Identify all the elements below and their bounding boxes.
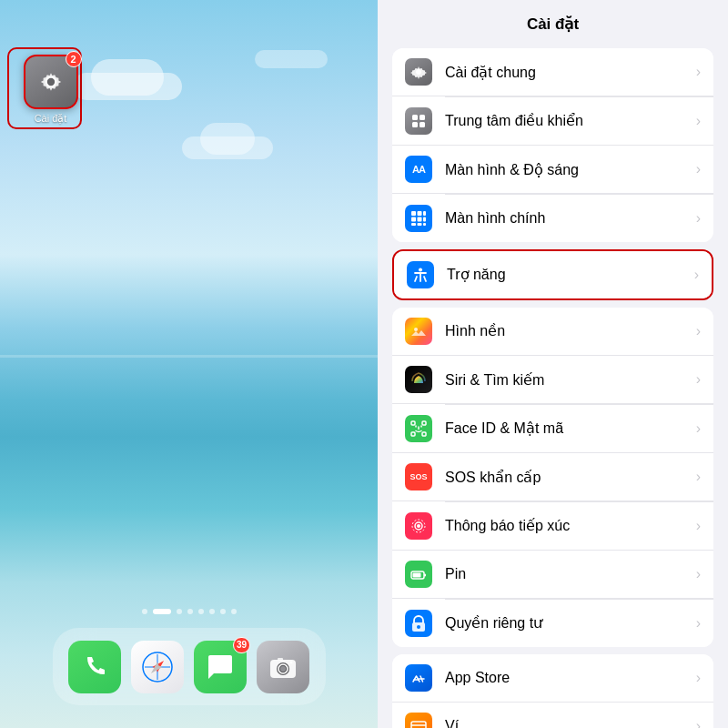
settings-item-home-screen[interactable]: Màn hình chính › bbox=[392, 195, 713, 242]
messages-badge: 39 bbox=[233, 637, 250, 653]
dock-messages-icon[interactable]: 39 bbox=[194, 641, 247, 693]
settings-item-control-center[interactable]: Trung tâm điều khiển › bbox=[392, 97, 713, 146]
settings-item-accessibility[interactable]: Trợ năng › bbox=[394, 251, 712, 298]
appstore-icon bbox=[405, 664, 432, 692]
general-label: Cài đặt chung bbox=[445, 64, 696, 81]
svg-point-44 bbox=[417, 625, 420, 629]
settings-group-3: App Store › Ví › bbox=[392, 654, 713, 729]
dock-camera-icon[interactable] bbox=[257, 641, 309, 693]
svg-rect-21 bbox=[411, 217, 416, 221]
display-icon: AA bbox=[405, 156, 432, 183]
contact-tracing-icon bbox=[405, 512, 432, 540]
accessibility-icon bbox=[407, 261, 434, 288]
svg-rect-41 bbox=[424, 574, 426, 577]
control-center-chevron: › bbox=[696, 113, 701, 129]
settings-item-display[interactable]: AA Màn hình & Độ sáng › bbox=[392, 146, 713, 194]
settings-header: Cài đặt bbox=[378, 0, 728, 41]
svg-rect-18 bbox=[411, 211, 416, 216]
svg-rect-30 bbox=[411, 421, 415, 425]
dock: 39 bbox=[53, 628, 326, 705]
display-label: Màn hình & Độ sáng bbox=[445, 161, 696, 178]
general-chevron: › bbox=[696, 64, 701, 80]
settings-item-appstore[interactable]: App Store › bbox=[392, 654, 713, 703]
svg-rect-15 bbox=[420, 115, 425, 120]
dot-7 bbox=[220, 609, 226, 614]
svg-point-28 bbox=[419, 268, 422, 271]
settings-item-wallet[interactable]: Ví › bbox=[392, 703, 713, 728]
settings-item-siri[interactable]: Siri & Tìm kiếm › bbox=[392, 356, 713, 404]
home-screen: 2 Cài đặt bbox=[0, 0, 378, 728]
wallet-icon bbox=[405, 713, 432, 728]
settings-group-1: Cài đặt chung › Trung tâm điều khiển › A… bbox=[392, 48, 713, 242]
settings-panel-title: Cài đặt bbox=[392, 15, 713, 34]
svg-rect-22 bbox=[418, 217, 422, 221]
settings-item-battery[interactable]: Pin › bbox=[392, 551, 713, 599]
settings-panel: Cài đặt Cài đặt chung › bbox=[378, 0, 728, 728]
sos-label: SOS khẩn cấp bbox=[445, 469, 696, 486]
siri-chevron: › bbox=[696, 371, 701, 388]
battery-chevron: › bbox=[696, 566, 701, 582]
contact-tracing-chevron: › bbox=[696, 518, 701, 534]
gear-icon bbox=[32, 63, 70, 101]
svg-rect-42 bbox=[413, 573, 421, 578]
accessibility-chevron: › bbox=[694, 267, 699, 283]
general-icon bbox=[405, 58, 432, 86]
dock-phone-icon[interactable] bbox=[68, 641, 121, 693]
dot-6 bbox=[209, 609, 215, 614]
wallet-chevron: › bbox=[696, 718, 701, 728]
svg-rect-31 bbox=[422, 421, 426, 425]
page-dots bbox=[142, 609, 237, 614]
dot-3 bbox=[177, 609, 182, 614]
control-center-label: Trung tâm điều khiển bbox=[445, 112, 696, 129]
svg-rect-25 bbox=[418, 223, 422, 226]
privacy-chevron: › bbox=[696, 615, 701, 632]
settings-group-accessibility: Trợ năng › bbox=[392, 249, 713, 300]
display-chevron: › bbox=[696, 161, 701, 177]
dock-safari-icon[interactable] bbox=[131, 641, 184, 693]
svg-rect-24 bbox=[411, 223, 416, 226]
appstore-chevron: › bbox=[696, 670, 701, 686]
svg-point-12 bbox=[290, 661, 293, 663]
faceid-label: Face ID & Mật mã bbox=[445, 420, 696, 437]
settings-item-sos[interactable]: SOS SOS khẩn cấp › bbox=[392, 453, 713, 501]
appstore-label: App Store bbox=[445, 670, 696, 686]
svg-point-1 bbox=[46, 78, 54, 86]
settings-item-general[interactable]: Cài đặt chung › bbox=[392, 48, 713, 96]
svg-point-29 bbox=[414, 328, 418, 331]
svg-rect-33 bbox=[422, 432, 426, 436]
accessibility-label: Trợ năng bbox=[447, 266, 694, 283]
settings-item-faceid[interactable]: Face ID & Mật mã › bbox=[392, 405, 713, 453]
settings-badge: 2 bbox=[66, 51, 82, 67]
siri-label: Siri & Tìm kiếm bbox=[445, 371, 696, 389]
home-screen-chevron: › bbox=[696, 210, 701, 227]
svg-rect-11 bbox=[278, 658, 283, 661]
svg-rect-32 bbox=[411, 432, 415, 436]
cloud-5 bbox=[255, 50, 328, 68]
privacy-icon bbox=[405, 610, 432, 637]
faceid-chevron: › bbox=[696, 420, 701, 437]
settings-group-2: Hình nền › bbox=[392, 308, 713, 647]
wallpaper-icon bbox=[405, 318, 432, 345]
wallpaper-chevron: › bbox=[696, 323, 701, 339]
battery-icon bbox=[405, 561, 432, 588]
svg-rect-23 bbox=[423, 217, 426, 221]
svg-rect-26 bbox=[423, 223, 426, 226]
settings-app-icon[interactable]: 2 bbox=[24, 55, 78, 109]
settings-item-privacy[interactable]: Quyền riêng tư › bbox=[392, 600, 713, 647]
horizon bbox=[0, 355, 378, 358]
settings-item-wallpaper[interactable]: Hình nền › bbox=[392, 308, 713, 356]
svg-rect-20 bbox=[423, 211, 426, 216]
svg-rect-14 bbox=[412, 115, 418, 120]
control-center-icon bbox=[405, 107, 432, 135]
svg-rect-19 bbox=[418, 211, 422, 216]
dot-2 bbox=[153, 609, 171, 614]
home-screen-label: Màn hình chính bbox=[445, 210, 696, 227]
siri-icon bbox=[405, 366, 432, 393]
settings-app-label: Cài đặt bbox=[35, 113, 67, 125]
settings-app-wrapper[interactable]: 2 Cài đặt bbox=[16, 55, 85, 125]
settings-item-contact-tracing[interactable]: Thông báo tiếp xúc › bbox=[392, 502, 713, 551]
faceid-icon bbox=[405, 415, 432, 442]
dot-8 bbox=[231, 609, 237, 614]
wallpaper-label: Hình nền bbox=[445, 322, 696, 339]
svg-point-39 bbox=[417, 524, 420, 528]
